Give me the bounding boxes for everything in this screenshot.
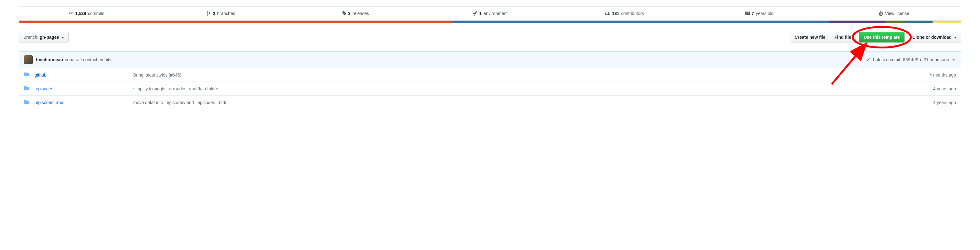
stat-releases-num: 3 bbox=[348, 11, 351, 16]
history-icon bbox=[68, 11, 73, 16]
repo-actions-group: Create new file Find file Use this templ… bbox=[790, 32, 961, 43]
book-icon bbox=[745, 11, 750, 16]
commit-author[interactable]: fmichonneau bbox=[36, 57, 63, 62]
stat-age-label: years old bbox=[756, 11, 774, 16]
file-row: _episodes_rmd move data/ into _episodes/… bbox=[19, 95, 961, 109]
file-row: .github Bring latest styles (#645) 4 mon… bbox=[19, 68, 961, 82]
file-name-link[interactable]: _episodes bbox=[33, 86, 53, 91]
caret-down-icon bbox=[62, 37, 64, 38]
chevron-up-icon[interactable] bbox=[951, 58, 956, 62]
latest-commit-label: Latest commit bbox=[873, 57, 900, 62]
repo-action-row: Branch: gh-pages Create new file Find fi… bbox=[19, 32, 961, 43]
stat-releases[interactable]: 3 releases bbox=[288, 6, 423, 20]
language-segment[interactable] bbox=[905, 21, 933, 23]
stat-commits-num: 1,538 bbox=[75, 11, 86, 16]
stat-env-label: environment bbox=[484, 11, 508, 16]
use-this-template-button[interactable]: Use this template bbox=[859, 32, 905, 43]
folder-icon bbox=[24, 72, 29, 78]
commit-message[interactable]: separate contact emails bbox=[65, 57, 111, 62]
file-commit-msg[interactable]: simplify to single _episodes_rmd/data fo… bbox=[133, 86, 933, 91]
folder-icon bbox=[24, 99, 29, 105]
branch-select-value: gh-pages bbox=[40, 35, 59, 40]
clone-download-button[interactable]: Clone or download bbox=[908, 32, 961, 43]
stat-age-num: 7 bbox=[752, 11, 754, 16]
branch-icon bbox=[207, 11, 211, 16]
check-icon bbox=[865, 57, 870, 62]
commit-hash[interactable]: 0594d9a bbox=[903, 57, 921, 62]
law-icon bbox=[878, 11, 883, 16]
file-name-link[interactable]: _episodes_rmd bbox=[33, 100, 63, 105]
language-segment[interactable] bbox=[829, 21, 886, 23]
stat-commits-label: commits bbox=[88, 11, 104, 16]
stat-environments[interactable]: 1 environment bbox=[423, 6, 557, 20]
stat-contributors[interactable]: 131 contributors bbox=[557, 6, 692, 20]
stat-license[interactable]: View license bbox=[827, 6, 961, 20]
file-name-link[interactable]: .github bbox=[33, 72, 46, 77]
stat-releases-label: releases bbox=[353, 11, 369, 16]
language-segment[interactable] bbox=[452, 21, 829, 23]
stat-branches-label: branches bbox=[217, 11, 235, 16]
stat-contrib-label: contributors bbox=[621, 11, 644, 16]
language-segment[interactable] bbox=[932, 21, 961, 23]
repo-stats-bar: 1,538 commits 2 branches 3 releases 1 en… bbox=[19, 6, 961, 21]
branch-select-label: Branch: bbox=[24, 35, 38, 40]
file-time: 4 years ago bbox=[933, 100, 956, 105]
find-file-button[interactable]: Find file bbox=[830, 32, 856, 43]
folder-icon bbox=[24, 86, 29, 91]
create-new-file-button[interactable]: Create new file bbox=[790, 32, 830, 43]
clone-download-label: Clone or download bbox=[912, 35, 951, 40]
stat-license-label: View license bbox=[885, 11, 910, 16]
language-segment[interactable] bbox=[19, 21, 452, 23]
stat-branches-num: 2 bbox=[213, 11, 215, 16]
file-time: 4 years ago bbox=[933, 86, 956, 91]
rocket-icon bbox=[473, 11, 477, 16]
commit-time: 21 hours ago bbox=[924, 57, 949, 62]
file-commit-msg[interactable]: move data/ into _episodes/ and _episodes… bbox=[133, 100, 933, 105]
stat-age[interactable]: 7 years old bbox=[692, 6, 826, 20]
branch-select[interactable]: Branch: gh-pages bbox=[19, 32, 68, 43]
stat-commits[interactable]: 1,538 commits bbox=[19, 6, 153, 20]
stat-contrib-num: 131 bbox=[612, 11, 619, 16]
avatar[interactable] bbox=[24, 55, 33, 64]
file-commit-msg[interactable]: Bring latest styles (#645) bbox=[133, 72, 929, 77]
file-list: .github Bring latest styles (#645) 4 mon… bbox=[19, 68, 961, 109]
language-segment[interactable] bbox=[886, 21, 904, 23]
people-icon bbox=[605, 11, 610, 16]
latest-commit-bar: fmichonneau separate contact emails Late… bbox=[19, 51, 961, 68]
stat-env-num: 1 bbox=[479, 11, 482, 16]
language-bar[interactable] bbox=[19, 21, 961, 23]
file-time: 4 months ago bbox=[929, 72, 956, 77]
stat-branches[interactable]: 2 branches bbox=[153, 6, 288, 20]
file-row: _episodes simplify to single _episodes_r… bbox=[19, 82, 961, 95]
caret-down-icon bbox=[954, 37, 956, 38]
tag-icon bbox=[342, 11, 346, 16]
